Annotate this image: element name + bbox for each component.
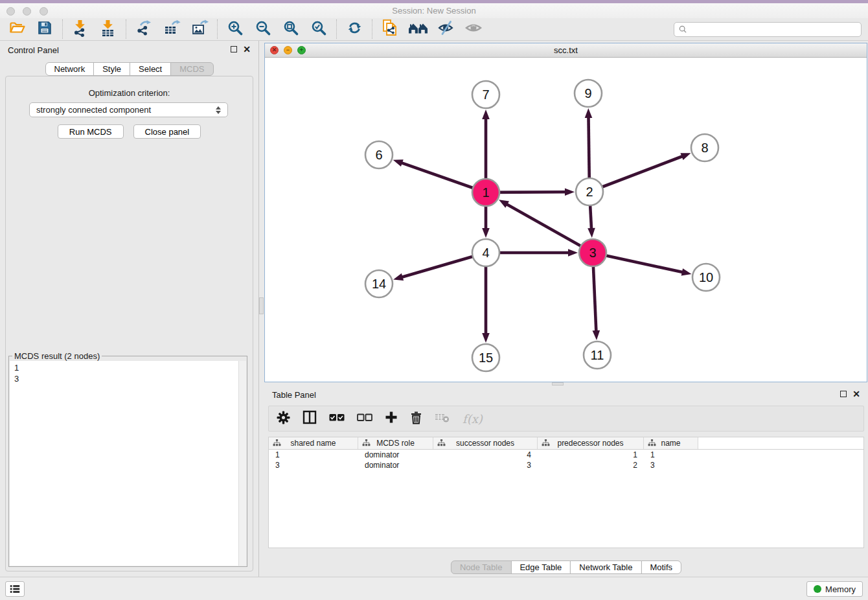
task-history-button[interactable] — [5, 581, 25, 597]
delete-table-button — [435, 410, 450, 427]
hide-selected-button[interactable] — [435, 19, 456, 39]
import-network-button[interactable] — [70, 19, 91, 39]
open-session-button[interactable] — [6, 19, 27, 39]
table-cell[interactable]: 1 — [644, 450, 698, 459]
column-header-name[interactable]: name — [644, 437, 698, 449]
houses-icon — [408, 21, 428, 38]
close-panel-icon[interactable]: ✕ — [243, 46, 251, 52]
zoom-out-icon — [255, 20, 271, 39]
zoom-out-button[interactable] — [253, 19, 273, 39]
zoom-fit-button[interactable] — [280, 19, 301, 39]
deselect-all-button[interactable] — [357, 410, 372, 427]
table-cell[interactable]: 1 — [269, 450, 358, 459]
import-table-button[interactable] — [98, 19, 119, 39]
export-table-button[interactable] — [161, 19, 182, 39]
table-cell[interactable]: 2 — [538, 461, 644, 470]
network-canvas[interactable]: 7968124314101511 — [265, 58, 867, 382]
columns-button[interactable] — [303, 410, 317, 427]
toolbar-separator — [217, 19, 218, 39]
float-table-panel-icon[interactable] — [840, 391, 847, 397]
window-title: Session: New Session — [0, 6, 868, 16]
network-window-titlebar[interactable]: ✕ − + scc.txt — [265, 43, 867, 58]
search-box[interactable] — [674, 22, 862, 37]
graph-edge[interactable] — [589, 156, 683, 192]
table-cell[interactable]: 3 — [433, 461, 538, 470]
search-input[interactable] — [690, 24, 856, 34]
table-cell[interactable]: dominator — [358, 450, 433, 459]
add-row-button[interactable] — [385, 410, 398, 427]
node-label: 2 — [586, 185, 593, 199]
export-network-button[interactable] — [133, 19, 154, 39]
control-panel-tabs: NetworkStyleSelectMCDS — [45, 62, 213, 76]
edge-arrowhead-icon — [588, 228, 595, 238]
mcds-result-list[interactable]: 1 3 — [10, 361, 246, 566]
table-row[interactable]: 3dominator323 — [269, 460, 863, 470]
node-label: 3 — [589, 246, 596, 260]
table-cell[interactable]: dominator — [358, 461, 433, 470]
function-builder-button: f(x) — [463, 410, 483, 427]
hide-selected-icon — [437, 19, 455, 39]
zoom-selected-icon — [311, 20, 327, 39]
table-cell[interactable]: 1 — [538, 450, 644, 459]
import-table-icon — [100, 19, 117, 40]
graph-edge[interactable] — [505, 203, 593, 253]
result-scrollbar[interactable] — [238, 361, 246, 566]
houses-button[interactable] — [407, 19, 428, 39]
zoom-in-button[interactable] — [225, 19, 246, 39]
control-panel-title: Control Panel — [8, 45, 59, 55]
tab-network-table[interactable]: Network Table — [570, 560, 641, 574]
table-cell[interactable]: 3 — [269, 461, 358, 470]
tab-select[interactable]: Select — [130, 62, 171, 76]
table-row[interactable]: 1dominator411 — [269, 450, 863, 460]
close-panel-button[interactable]: Close panel — [133, 124, 201, 139]
node-label: 4 — [482, 246, 489, 260]
tab-mcds[interactable]: MCDS — [170, 62, 213, 76]
main-toolbar — [0, 18, 868, 41]
zoom-selected-button[interactable] — [308, 19, 329, 39]
edge-arrowhead-icon — [482, 333, 490, 343]
refresh-button[interactable] — [344, 19, 365, 39]
toolbar-separator — [336, 19, 337, 39]
save-session-button[interactable] — [34, 19, 55, 39]
memory-button[interactable]: Memory — [806, 581, 863, 597]
memory-status-icon — [814, 585, 821, 593]
save-session-icon — [37, 20, 52, 38]
tab-edge-table[interactable]: Edge Table — [510, 560, 571, 574]
table-cell[interactable]: 3 — [644, 461, 698, 470]
select-all-button[interactable] — [329, 410, 345, 427]
open-session-icon — [8, 19, 26, 39]
tab-network[interactable]: Network — [45, 62, 94, 76]
export-network-icon — [135, 19, 152, 39]
close-table-panel-icon[interactable]: ✕ — [852, 391, 860, 397]
export-image-button[interactable] — [189, 19, 210, 39]
column-header-shared-name[interactable]: shared name — [269, 437, 358, 449]
deselect-all-icon — [357, 413, 372, 424]
network-title: scc.txt — [265, 45, 867, 55]
node-label: 11 — [591, 348, 604, 362]
column-header-MCDS-role[interactable]: MCDS role — [358, 437, 433, 449]
mcds-panel: Optimization criterion: strongly connect… — [5, 76, 253, 571]
optimization-criterion-label: Optimization criterion: — [6, 88, 253, 98]
column-header-predecessor-nodes[interactable]: predecessor nodes — [538, 437, 644, 449]
node-table: shared nameMCDS rolesuccessor nodesprede… — [268, 437, 864, 548]
table-cell[interactable]: 4 — [433, 450, 538, 459]
vertical-splitter-handle[interactable] — [259, 297, 264, 314]
column-header-successor-nodes[interactable]: successor nodes — [433, 437, 538, 449]
columns-icon — [303, 410, 317, 427]
new-network-from-selection-button[interactable] — [380, 19, 400, 39]
settings-button[interactable] — [277, 410, 290, 427]
node-label: 7 — [482, 87, 489, 102]
criterion-dropdown[interactable]: strongly connected component — [29, 102, 228, 117]
run-mcds-button[interactable]: Run MCDS — [58, 124, 124, 139]
edge-arrowhead-icon — [568, 249, 578, 257]
edge-arrowhead-icon — [565, 188, 575, 196]
delete-table-icon — [435, 411, 450, 426]
float-panel-icon[interactable] — [231, 46, 237, 52]
tab-style[interactable]: Style — [93, 62, 130, 76]
memory-label: Memory — [825, 584, 856, 594]
tab-motifs[interactable]: Motifs — [641, 560, 681, 574]
dropdown-stepper-icon — [216, 106, 221, 114]
delete-row-button[interactable] — [410, 410, 422, 427]
tab-node-table[interactable]: Node Table — [451, 560, 512, 574]
table-toolbar: f(x) — [268, 406, 864, 432]
